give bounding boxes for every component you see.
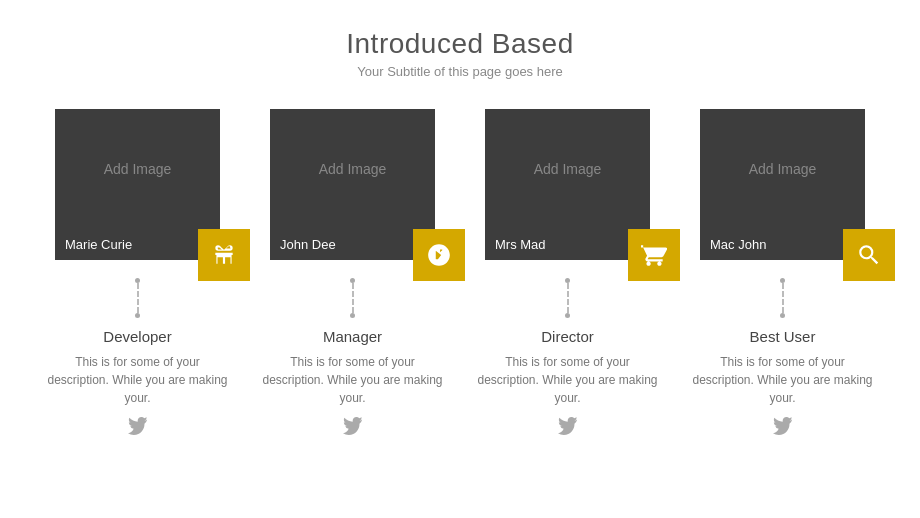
connector-1 [135,278,140,318]
dashed-line-4 [782,283,784,313]
image-label-4: Add Image [749,161,817,177]
name-bar-4: Mac John [700,229,865,260]
person-card-4: Add Image Mac John Best User This is for… [690,109,875,437]
connector-4 [780,278,785,318]
person-card-2: Add Image John Dee Manager This is for s… [260,109,445,437]
icon-badge-1 [198,229,250,281]
person-name-2: John Dee [280,237,336,252]
dot-bottom-3 [565,313,570,318]
cards-container: Add Image Marie Curie Developer This is … [15,109,905,437]
card-role-3: Director [541,328,594,345]
card-role-4: Best User [750,328,816,345]
person-card-3: Add Image Mrs Mad Director This is for s… [475,109,660,437]
page-header: Introduced Based Your Subtitle of this p… [346,28,574,79]
person-card-1: Add Image Marie Curie Developer This is … [45,109,230,437]
card-desc-3: This is for some of your description. Wh… [475,353,660,407]
page-title: Introduced Based [346,28,574,60]
gift-icon [211,242,237,268]
icon-badge-2 [413,229,465,281]
person-name-4: Mac John [710,237,766,252]
image-block-3: Add Image [485,109,650,229]
connector-2 [350,278,355,318]
image-label-2: Add Image [319,161,387,177]
person-name-3: Mrs Mad [495,237,546,252]
twitter-icon-2 [343,417,363,437]
icon-badge-4 [843,229,895,281]
connector-3 [565,278,570,318]
card-role-2: Manager [323,328,382,345]
image-label-1: Add Image [104,161,172,177]
name-bar-3: Mrs Mad [485,229,650,260]
dashed-line-1 [137,283,139,313]
search-icon [856,242,882,268]
image-block-1: Add Image [55,109,220,229]
rocket-icon [426,242,452,268]
card-desc-4: This is for some of your description. Wh… [690,353,875,407]
cart-icon [641,242,667,268]
dot-bottom-1 [135,313,140,318]
twitter-icon-3 [558,417,578,437]
name-bar-1: Marie Curie [55,229,220,260]
twitter-icon-4 [773,417,793,437]
card-desc-2: This is for some of your description. Wh… [260,353,445,407]
page-subtitle: Your Subtitle of this page goes here [346,64,574,79]
twitter-icon-1 [128,417,148,437]
card-role-1: Developer [103,328,171,345]
name-bar-2: John Dee [270,229,435,260]
card-desc-1: This is for some of your description. Wh… [45,353,230,407]
image-label-3: Add Image [534,161,602,177]
dot-bottom-4 [780,313,785,318]
dot-bottom-2 [350,313,355,318]
dashed-line-2 [352,283,354,313]
dashed-line-3 [567,283,569,313]
image-block-2: Add Image [270,109,435,229]
image-block-4: Add Image [700,109,865,229]
person-name-1: Marie Curie [65,237,132,252]
icon-badge-3 [628,229,680,281]
